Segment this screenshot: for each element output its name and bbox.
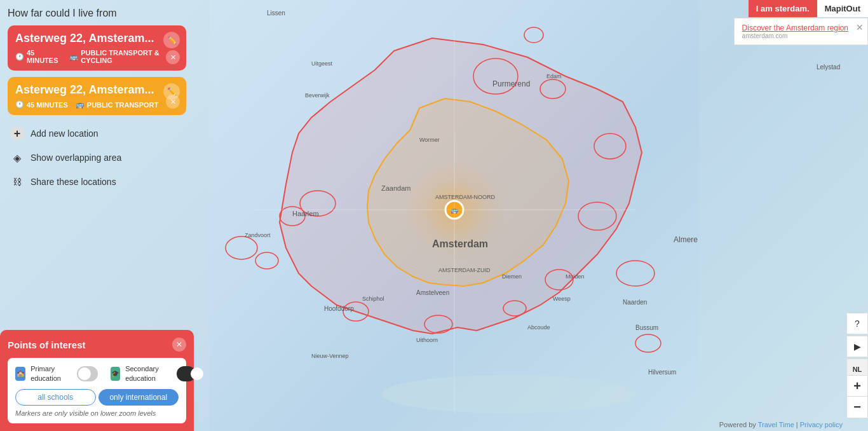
- map-label: AMSTERDAM-ZUID: [438, 267, 491, 273]
- top-right-branding: I am sterdam. MapitOut: [749, 0, 868, 17]
- location-meta-1: 🕐 45 MINUTES 🚌 PUBLIC TRANSPORT & CYCLIN…: [15, 49, 179, 64]
- map-label: Schiphol: [362, 296, 384, 302]
- svg-point-3: [473, 58, 518, 94]
- share-icon: ⛓: [10, 175, 24, 189]
- secondary-education-label: Secondary education: [125, 364, 171, 383]
- map-label: Amsterdam: [432, 238, 488, 250]
- time-value-2: 45 MINUTES: [27, 101, 68, 109]
- svg-point-4: [540, 79, 566, 99]
- svg-point-11: [255, 252, 278, 269]
- action-list: + Add new location ◈ Show overlapping ar…: [8, 121, 186, 194]
- show-overlap-button[interactable]: ◈ Show overlapping area: [8, 146, 186, 170]
- poi-close-button[interactable]: ✕: [172, 338, 186, 352]
- school-filter: all schools only international: [15, 389, 179, 406]
- share-locations-button[interactable]: ⛓ Share these locations: [8, 170, 186, 194]
- attribution: Powered by Travel Time | Privacy policy: [719, 421, 843, 428]
- map-label: Muiden: [566, 273, 585, 280]
- svg-point-14: [503, 301, 526, 316]
- overlap-icon: ◈: [10, 151, 24, 165]
- clock-icon-2: 🕐: [15, 100, 24, 109]
- location-card-2: Asterweg 22, Amsteram... 🕐 45 MINUTES 🚌 …: [8, 77, 186, 115]
- zoom-out-button[interactable]: −: [846, 397, 868, 418]
- toggle-row: 🏫 Primary education 🎓 Secondary educatio…: [15, 364, 179, 383]
- location-name-2: Asterweg 22, Amsteram...: [15, 83, 179, 97]
- svg-point-19: [445, 201, 463, 219]
- iamsterdam-button[interactable]: I am sterdam.: [749, 0, 817, 17]
- transport-value-1: PUBLIC TRANSPORT & CYCLING: [81, 49, 179, 64]
- discover-banner: Discover the Amsterdam region amsterdam.…: [734, 18, 868, 45]
- svg-rect-1: [699, 0, 868, 431]
- svg-point-7: [545, 270, 573, 290]
- poi-panel: Points of interest ✕ 🏫 Primary education…: [0, 330, 194, 431]
- map-label: Edam: [546, 73, 562, 79]
- map-label: Hoofddorp: [324, 305, 354, 312]
- add-icon: +: [10, 127, 24, 140]
- poi-note: Markers are only visible on lower zoom l…: [15, 409, 179, 417]
- secondary-education-toggle-item: 🎓 Secondary education: [111, 364, 196, 383]
- map-label: Uithoorn: [416, 337, 438, 343]
- svg-point-5: [594, 133, 626, 159]
- map-label: Hilversum: [648, 369, 676, 376]
- location-card-1: Asterweg 22, Amsteram... 🕐 45 MINUTES 🚌 …: [8, 25, 186, 71]
- close-button-2[interactable]: ✕: [166, 95, 180, 109]
- zoom-controls: + −: [846, 375, 868, 418]
- location-meta-2: 🕐 45 MINUTES 🚌 PUBLIC TRANSPORT: [15, 100, 179, 109]
- map-label: Abcoude: [527, 324, 550, 331]
- discover-url: amsterdam.com: [742, 32, 848, 39]
- only-international-button[interactable]: only international: [98, 389, 179, 406]
- map-label: Weesp: [553, 296, 571, 302]
- svg-point-17: [524, 27, 543, 43]
- primary-education-toggle[interactable]: [77, 366, 97, 381]
- travel-time-link[interactable]: Travel Time: [758, 421, 794, 428]
- location-name-1: Asterweg 22, Amsteram...: [15, 32, 179, 45]
- map-label: Haarlem: [292, 210, 319, 217]
- edit-button-1[interactable]: ✏️: [163, 32, 180, 48]
- svg-point-10: [226, 236, 257, 259]
- transport-badge-1: 🚌 PUBLIC TRANSPORT & CYCLING: [69, 49, 179, 64]
- svg-point-15: [616, 261, 654, 286]
- secondary-education-toggle[interactable]: [177, 366, 196, 381]
- svg-point-18: [403, 159, 505, 261]
- time-badge-1: 🕐 45 MINUTES: [15, 49, 62, 64]
- video-button[interactable]: ▶: [846, 336, 868, 357]
- primary-education-toggle-item: 🏫 Primary education: [15, 364, 98, 383]
- show-overlap-label: Show overlapping area: [31, 153, 121, 163]
- svg-point-9: [280, 207, 305, 226]
- clock-icon-1: 🕐: [15, 53, 24, 61]
- mapitout-button[interactable]: MapitOut: [817, 0, 868, 17]
- map-label: Uitgeest: [311, 60, 332, 67]
- svg-point-8: [300, 191, 336, 216]
- secondary-toggle-slider: [177, 366, 196, 381]
- svg-point-13: [424, 315, 452, 333]
- map-label: Wormer: [419, 137, 440, 143]
- add-location-button[interactable]: + Add new location: [8, 121, 186, 146]
- help-button[interactable]: ?: [846, 313, 868, 334]
- primary-education-label: Primary education: [31, 364, 72, 383]
- map-label: Zandvoort: [245, 232, 271, 238]
- primary-education-icon: 🏫: [15, 367, 25, 381]
- map-label: Almere: [674, 235, 698, 244]
- privacy-policy-link[interactable]: Privacy policy: [800, 421, 843, 428]
- map-label: Amstelveen: [416, 289, 449, 296]
- svg-point-16: [635, 334, 661, 352]
- close-button-1[interactable]: ✕: [166, 50, 180, 64]
- svg-point-12: [343, 302, 369, 321]
- transport-icon-1: 🚌: [69, 53, 78, 61]
- primary-toggle-slider: [77, 366, 97, 381]
- poi-header: Points of interest ✕: [8, 338, 186, 352]
- map-label: Bussum: [635, 324, 658, 331]
- map-label: AMSTERDAM-NOORD: [435, 194, 495, 200]
- transport-icon-2: 🚌: [76, 100, 85, 109]
- map-label: Beverwijk: [305, 92, 330, 99]
- poi-title: Points of interest: [8, 339, 86, 350]
- all-schools-button[interactable]: all schools: [15, 389, 96, 406]
- svg-text:🚌: 🚌: [451, 206, 459, 214]
- discover-close-button[interactable]: ✕: [856, 22, 864, 32]
- map-label: Lissen: [267, 10, 285, 17]
- discover-link[interactable]: Discover the Amsterdam region: [742, 24, 848, 32]
- add-location-label: Add new location: [31, 128, 98, 139]
- map-label: Lelystad: [817, 64, 840, 71]
- map-label: Diemen: [502, 273, 522, 280]
- secondary-education-icon: 🎓: [111, 367, 120, 381]
- zoom-in-button[interactable]: +: [846, 375, 868, 397]
